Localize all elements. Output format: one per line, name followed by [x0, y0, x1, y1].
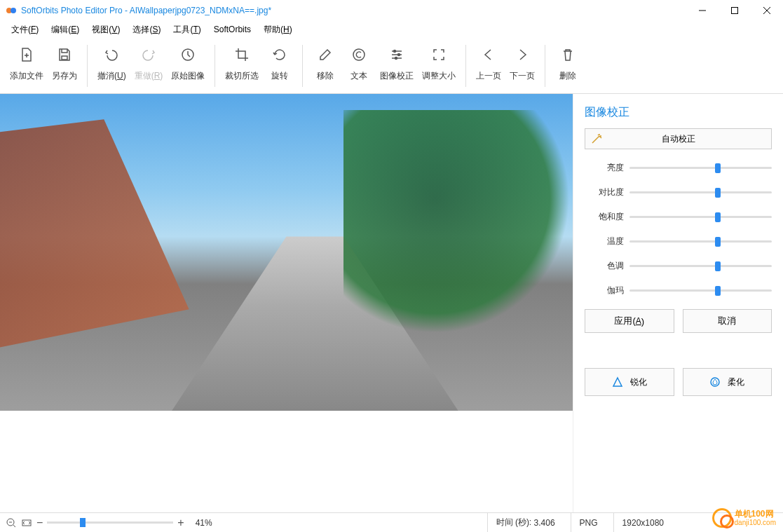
delete-button[interactable]: 删除 — [551, 42, 585, 85]
auto-correct-button[interactable]: 自动校正 — [585, 128, 772, 149]
resize-button[interactable]: 调整大小 — [418, 42, 460, 85]
redo-button[interactable]: 重做(R) — [130, 42, 168, 85]
text-button[interactable]: 文本 — [342, 42, 376, 85]
menu-softorbits[interactable]: SoftOrbits — [208, 22, 257, 36]
zoom-fit-icon[interactable] — [21, 517, 32, 528]
brightness-slider[interactable]: 亮度 — [585, 162, 772, 174]
app-icon — [6, 5, 17, 16]
maximize-button[interactable] — [719, 0, 751, 21]
contrast-slider[interactable]: 对比度 — [585, 186, 772, 198]
add-file-button[interactable]: 添加文件 — [6, 42, 48, 85]
droplet-icon — [709, 376, 721, 388]
status-format: PNG — [571, 513, 606, 532]
zoom-percent: 41% — [196, 518, 212, 528]
image-correct-button[interactable]: 图像校正 — [376, 42, 418, 85]
eraser-icon — [315, 45, 335, 64]
saturation-slider[interactable]: 饱和度 — [585, 211, 772, 223]
toolbar: 添加文件 另存为 撤消(U) 重做(R) 原始图像 裁切所选 旋转 — [0, 38, 783, 94]
status-time: 时间 (秒): 3.406 — [487, 513, 564, 532]
svg-point-7 — [353, 49, 365, 60]
svg-rect-3 — [732, 8, 738, 14]
zoom-actual-icon[interactable] — [6, 517, 17, 528]
crop-button[interactable]: 裁切所选 — [221, 42, 263, 85]
status-dimensions: 1920x1080 — [613, 513, 672, 532]
next-button[interactable]: 下一页 — [505, 42, 539, 85]
sliders-icon — [387, 45, 407, 64]
image-canvas[interactable] — [0, 94, 573, 411]
resize-icon — [429, 45, 449, 64]
tint-slider[interactable]: 色调 — [585, 260, 772, 272]
save-as-button[interactable]: 另存为 — [48, 42, 81, 85]
file-plus-icon — [17, 45, 36, 64]
remove-button[interactable]: 移除 — [308, 42, 342, 85]
save-icon — [55, 45, 74, 64]
menu-edit[interactable]: 编辑(E) — [46, 22, 85, 38]
svg-point-8 — [394, 50, 396, 53]
window-controls — [686, 0, 783, 21]
svg-point-1 — [11, 8, 16, 13]
rotate-button[interactable]: 旋转 — [263, 42, 297, 85]
statusbar: − + 41% 时间 (秒): 3.406 PNG 1920x1080 — [0, 512, 783, 532]
gamma-slider[interactable]: 伽玛 — [585, 285, 772, 296]
crop-icon — [232, 45, 252, 64]
window-title: SoftOrbits Photo Editor Pro - AIWallpape… — [21, 6, 271, 15]
trash-icon — [558, 45, 578, 64]
svg-rect-13 — [22, 520, 31, 526]
apply-button[interactable]: 应用(A) — [585, 309, 674, 333]
menu-tools[interactable]: 工具(T) — [168, 22, 206, 38]
menubar: 文件(F) 编辑(E) 视图(V) 选择(S) 工具(T) SoftOrbits… — [0, 21, 783, 38]
temperature-slider[interactable]: 温度 — [585, 236, 772, 247]
zoom-slider[interactable] — [47, 521, 173, 524]
menu-select[interactable]: 选择(S) — [127, 22, 166, 38]
side-panel: 图像校正 自动校正 亮度 对比度 饱和度 温度 色调 伽玛 — [573, 94, 783, 512]
rotate-icon — [270, 45, 290, 64]
triangle-icon — [612, 376, 623, 388]
canvas-area — [0, 94, 573, 512]
prev-button[interactable]: 上一页 — [472, 42, 505, 85]
watermark-logo-icon — [712, 508, 732, 528]
svg-point-10 — [395, 57, 397, 60]
svg-point-9 — [398, 54, 400, 56]
soften-button[interactable]: 柔化 — [683, 368, 772, 396]
menu-file[interactable]: 文件(F) — [6, 22, 44, 38]
redo-icon — [139, 45, 158, 64]
watermark: 单机100网 danji100.com — [712, 508, 776, 528]
undo-button[interactable]: 撤消(U) — [93, 42, 130, 85]
panel-title: 图像校正 — [585, 105, 772, 120]
magic-wand-icon — [591, 133, 602, 144]
minimize-button[interactable] — [686, 0, 719, 21]
cancel-button[interactable]: 取消 — [683, 309, 772, 333]
arrow-left-icon — [479, 45, 498, 64]
arrow-right-icon — [512, 45, 532, 64]
history-icon — [178, 45, 198, 64]
sharpen-button[interactable]: 锐化 — [585, 368, 674, 396]
menu-help[interactable]: 帮助(H) — [258, 22, 298, 38]
menu-view[interactable]: 视图(V) — [86, 22, 125, 38]
zoom-in-button[interactable]: + — [177, 517, 184, 529]
titlebar: SoftOrbits Photo Editor Pro - AIWallpape… — [0, 0, 783, 21]
undo-icon — [102, 45, 121, 64]
original-button[interactable]: 原始图像 — [167, 42, 209, 85]
copyright-icon — [349, 45, 369, 64]
close-button[interactable] — [751, 0, 783, 21]
zoom-out-button[interactable]: − — [36, 517, 43, 529]
